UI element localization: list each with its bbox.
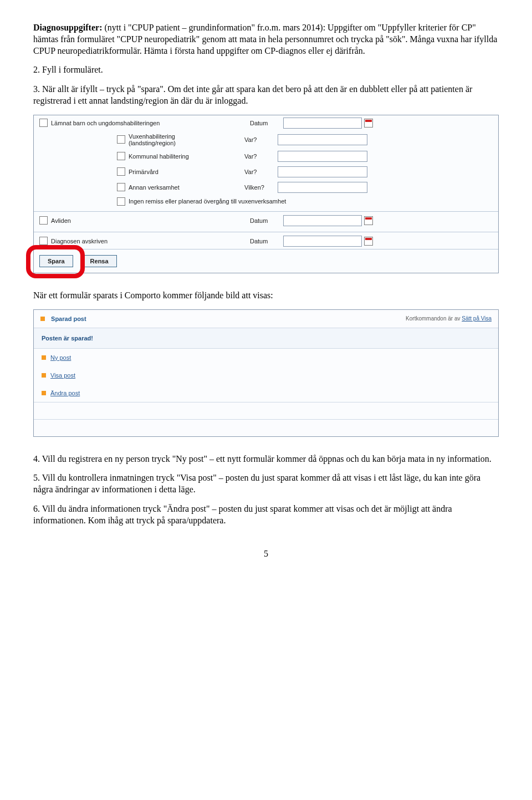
checkbox-kommunal[interactable] [117,152,125,160]
calendar-icon[interactable] [364,216,373,225]
paragraph-6: 6. Vill du ändra informationen tryck "Än… [33,503,499,527]
kort-link[interactable]: Sätt på Visa [462,315,492,322]
label-datum-2: Datum [250,217,283,224]
p1-body: (nytt i "CPUP patient – grundinformation… [33,23,497,55]
bullet-icon [42,373,46,378]
input-var-1[interactable] [278,134,367,145]
label-primarvard: Primärvård [129,169,158,175]
calendar-icon[interactable] [364,237,373,246]
paragraph-1: Diagnosuppgifter: (nytt i "CPUP patient … [33,22,499,57]
checkbox-diagnosen[interactable] [39,237,48,245]
page-number: 5 [33,549,499,559]
saved-post-title-wrap: Sparad post [40,315,86,322]
bullet-icon [40,317,45,321]
label-var-2: Var? [244,153,278,160]
spara-button[interactable]: Spara [39,255,73,267]
label-datum-3: Datum [250,238,283,244]
checkbox-lamnat[interactable] [39,119,48,127]
input-vilken[interactable] [278,182,367,193]
spacer [34,419,498,436]
bullet-icon [42,355,46,360]
link-andra-post[interactable]: Ändra post [50,390,80,396]
paragraph-2: 2. Fyll i formuläret. [33,64,499,76]
p1-title: Diagnosuppgifter: [33,23,102,32]
saved-post-title: Sparad post [51,315,86,322]
link-ny-post[interactable]: Ny post [50,354,71,361]
kort-text: Kortkommandon är av Sätt på Visa [406,315,492,322]
label-vilken: Vilken? [244,184,278,191]
checkbox-avliden[interactable] [39,216,48,225]
label-annan: Annan verksamhet [129,184,180,191]
calendar-icon[interactable] [364,119,373,128]
paragraph-5: 5. Vill du kontrollera inmatningen tryck… [33,472,499,496]
label-datum-1: Datum [250,120,283,126]
input-datum-1[interactable] [283,118,362,129]
checkbox-annan[interactable] [117,183,125,191]
label-vuxenhab: Vuxenhabilitering (landsting/region) [129,133,176,146]
checkbox-primarvard[interactable] [117,167,125,176]
spacer [34,402,498,419]
form-screenshot: Lämnat barn och ungdomshabiliteringen Da… [33,115,499,273]
bullet-icon [42,391,46,395]
label-ingen: Ingen remiss eller planerad övergång til… [129,198,286,205]
checkbox-vuxenhab[interactable] [117,135,125,144]
input-var-3[interactable] [278,166,367,177]
checkbox-ingen[interactable] [117,197,125,206]
label-avliden: Avliden [51,217,71,224]
link-visa-post[interactable]: Visa post [50,372,75,379]
paragraph-4: 4. Vill du registrera en ny person tryck… [33,453,499,465]
label-kommunal: Kommunal habilitering [129,153,189,160]
input-var-2[interactable] [278,151,367,162]
input-datum-2[interactable] [283,215,362,226]
rensa-button[interactable]: Rensa [82,255,117,267]
label-lamnat: Lämnat barn och ungdomshabiliteringen [51,120,160,126]
saved-banner: Posten är sparad! [34,328,498,349]
input-datum-3[interactable] [283,236,362,247]
label-diagnosen: Diagnosen avskriven [51,238,108,244]
label-var-3: Var? [244,169,278,175]
paragraph-3: 3. När allt är ifyllt – tryck på "spara"… [33,84,499,107]
saved-post-screenshot: Sparad post Kortkommandon är av Sätt på … [33,309,499,437]
paragraph-between: När ett formulär sparats i Comporto komm… [33,290,499,302]
label-var-1: Var? [244,136,278,143]
